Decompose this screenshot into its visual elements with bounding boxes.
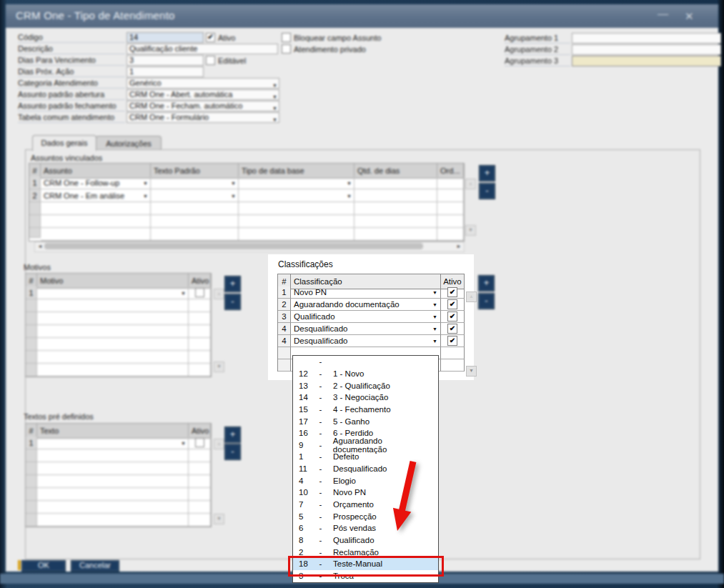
title-bar[interactable]: CRM One - Tipo de Atendimento — ✕ [6,4,718,28]
dropdown-arrow-icon[interactable]: ▼ [272,115,277,123]
screenshot-root: CRM One - Tipo de Atendimento — ✕ Código… [0,0,724,588]
dropdown-arrow-icon[interactable]: ▼ [272,81,277,89]
scroll-down-icon[interactable]: ▼ [214,362,224,372]
dropdown-arrow-icon[interactable]: ▼ [432,302,437,307]
minimize-icon[interactable]: — [658,7,668,19]
annotation-highlight-box [288,556,444,577]
dropdown-arrow-icon[interactable]: ▼ [143,193,148,198]
scroll-down-icon[interactable]: ▼ [214,514,224,524]
categoria-label: Categoria Atendimento [18,79,125,89]
ok-button[interactable]: OK [21,560,66,572]
agrupamento1-label: Agrupamento 1 [505,34,570,44]
focus-indicator [18,560,21,570]
row-ativo-checkbox[interactable]: ✔ [447,312,457,322]
assuntos-add-button[interactable]: + [479,165,495,181]
scroll-right-icon[interactable]: ► [455,242,463,250]
dropdown-arrow-icon[interactable]: ▼ [143,180,148,185]
dias-prox-label: Dias Próx. Ação [18,67,125,77]
dias-prox-field[interactable]: 1 [127,66,204,77]
editavel-checkbox[interactable] [206,56,215,65]
dropdown-item[interactable]: 14 - 3 - Negociação [293,392,438,404]
assunto-fechamento-dropdown[interactable]: CRM One - Fecham. automático ▼ [127,101,279,111]
row-ativo-checkbox[interactable] [195,438,204,447]
dropdown-arrow-icon[interactable]: ▼ [181,440,186,445]
motivos-remove-button[interactable]: - [224,294,241,310]
privado-checkbox[interactable] [282,44,291,54]
tab-autorizacoes[interactable]: Autorizações [96,136,162,151]
dropdown-arrow-icon[interactable]: ▼ [347,180,352,185]
dias-vencimento-label: Dias Para Vencimento [18,56,125,66]
dropdown-item[interactable]: 13 - 2 - Qualificação [293,379,438,392]
row-ativo-checkbox[interactable] [195,288,204,297]
codigo-label: Código [18,33,125,43]
dropdown-arrow-icon[interactable]: ▼ [272,92,277,100]
dropdown-arrow-icon[interactable]: ▼ [432,327,437,332]
agrupamento2-label: Agrupamento 2 [505,45,570,55]
annotation-arrow-icon [372,442,443,545]
dropdown-arrow-icon[interactable]: ▼ [181,290,186,295]
ativo-label: Ativo [218,34,235,42]
assunto-abertura-dropdown[interactable]: CRM One - Abert. automática ▼ [127,89,279,100]
dropdown-item[interactable]: 12 - 1 - Novo [293,368,438,380]
ativo-checkbox[interactable]: ✔ [206,33,215,42]
assuntos-title: Assuntos vinculados [31,154,102,162]
scroll-up-icon[interactable]: ▲ [465,179,476,189]
cancel-button[interactable]: Cancelar [71,560,119,572]
agrupamento3-label: Agrupamento 3 [505,56,570,66]
dropdown-arrow-icon[interactable]: ▼ [432,314,437,319]
assunto-fechamento-label: Assunto padrão fechamento [18,101,125,111]
tabela-comum-label: Tabela comum atendimento [18,113,125,123]
assuntos-table[interactable]: # Assunto Texto Padrão Tipo de data base… [29,163,465,241]
dropdown-arrow-icon[interactable]: ▼ [272,104,277,111]
motivos-add-button[interactable]: + [224,276,241,292]
assunto-abertura-label: Assunto padrão abertura [18,90,125,100]
scroll-down-icon[interactable]: ▼ [465,225,476,236]
row-ativo-checkbox[interactable]: ✔ [447,324,457,334]
scroll-up-icon[interactable]: ▲ [214,439,224,449]
row-ativo-checkbox[interactable]: ✔ [447,299,457,309]
dropdown-arrow-icon[interactable]: ▼ [231,180,236,185]
classificacoes-add-button[interactable]: + [478,275,495,291]
classificacoes-remove-button[interactable]: - [478,293,495,309]
textos-remove-button[interactable]: - [224,444,241,460]
bloquear-checkbox[interactable] [282,33,291,42]
scroll-left-icon[interactable]: ◄ [36,242,44,250]
agrupamento2-field[interactable] [572,44,721,55]
descricao-label: Descrição [18,44,125,54]
dropdown-arrow-icon[interactable]: ▼ [347,193,352,198]
close-icon[interactable]: ✕ [685,10,694,23]
agrupamento1-field[interactable] [572,33,721,44]
scroll-up-icon[interactable]: ▲ [466,291,477,302]
textos-add-button[interactable]: + [224,427,241,443]
tab-dados-gerais[interactable]: Dados gerais [32,135,96,151]
codigo-field[interactable]: 14 [127,32,204,43]
dropdown-item[interactable]: 15 - 4 - Fechamento [293,404,438,416]
assuntos-hscrollbar[interactable]: ◄ ► [34,241,465,252]
assuntos-remove-button[interactable]: - [479,183,495,199]
dropdown-item[interactable]: 17 - 5 - Ganho [293,415,438,427]
textos-title: Textos pré definidos [24,412,94,421]
categoria-dropdown[interactable]: Genérico ▼ [127,78,279,89]
scrollbar-thumb[interactable] [44,243,423,249]
dias-vencimento-field[interactable]: 3 [127,55,204,66]
bloquear-label: Bloquear campo Assunto [294,34,381,42]
row-ativo-checkbox[interactable]: ✔ [447,336,457,346]
agrupamento3-field[interactable] [572,56,721,66]
descricao-field[interactable]: Qualificação cliente [127,44,278,54]
row-ativo-checkbox[interactable]: ✔ [447,287,457,297]
tabela-comum-dropdown[interactable]: CRM One - Formulário ▼ [127,112,279,123]
motivos-title: Motivos [24,263,51,271]
dropdown-arrow-icon[interactable]: ▼ [432,339,437,344]
dropdown-item[interactable]: - [293,356,438,368]
dropdown-arrow-icon[interactable]: ▼ [432,290,437,295]
privado-label: Atendimento privado [294,45,366,54]
editavel-label: Editável [218,56,246,65]
scroll-up-icon[interactable]: ▲ [214,289,224,299]
classificacoes-title: Classificações [278,259,333,269]
scroll-down-icon[interactable]: ▼ [466,366,477,377]
dropdown-arrow-icon[interactable]: ▼ [231,193,236,198]
textos-table[interactable]: # Texto Ativo 1 ▼ [25,423,212,527]
window-title: CRM One - Tipo de Atendimento [16,9,175,21]
motivos-table[interactable]: # Motivo Ativo 1 ▼ [25,273,212,377]
